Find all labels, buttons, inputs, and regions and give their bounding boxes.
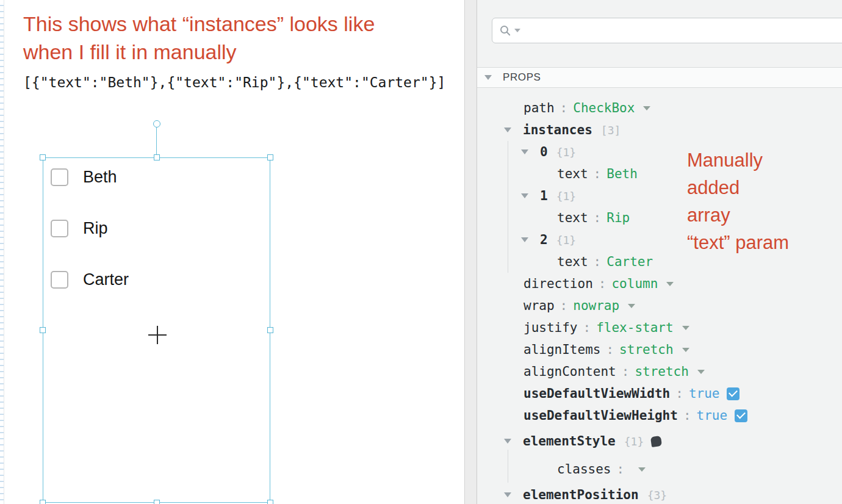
count-badge: {1} (556, 234, 577, 247)
chevron-down-icon[interactable] (682, 326, 689, 330)
prop-key: text (557, 167, 588, 181)
chevron-down-icon[interactable] (697, 370, 705, 374)
json-preview-text: [{"text":"Beth"},{"text":"Rip"},{"text":… (23, 74, 445, 90)
resize-handle-ne[interactable] (267, 154, 273, 160)
prop-value[interactable]: Beth (606, 167, 638, 181)
prop-row-wrap: wrap : nowrap (477, 295, 842, 317)
resize-handle-n[interactable] (154, 154, 160, 160)
checkbox-label: Carter (83, 270, 129, 289)
resize-handle-se[interactable] (267, 500, 273, 504)
prop-row-alignContent: alignContent : stretch (477, 361, 842, 383)
count-badge: {1} (624, 435, 644, 448)
count-badge: {1} (556, 190, 577, 203)
panel-divider (464, 0, 477, 504)
prop-key: useDefaultViewWidth (524, 386, 670, 401)
left-ruler (0, 0, 4, 504)
disclosure-triangle-icon[interactable] (521, 237, 528, 242)
search-icon (500, 25, 511, 36)
disclosure-triangle-icon[interactable] (521, 149, 528, 154)
colon: : (594, 254, 602, 269)
checkbox[interactable] (51, 220, 68, 237)
colon: : (594, 211, 602, 225)
colon: : (583, 320, 591, 335)
prop-row-elementPosition[interactable]: elementPosition {3} (477, 484, 842, 504)
prop-row-direction: direction : column (477, 273, 842, 295)
prop-key: classes (557, 462, 611, 477)
colon: : (560, 298, 568, 313)
prop-row-alignItems: alignItems : stretch (477, 339, 842, 361)
checkbox-option: Rip (51, 219, 108, 238)
prop-key: alignItems (524, 342, 600, 357)
prop-value[interactable]: CheckBox (573, 101, 635, 115)
checked-checkbox[interactable] (735, 409, 747, 422)
props-section-header[interactable]: PROPS (477, 67, 842, 88)
prop-value[interactable]: column (611, 276, 658, 291)
count-badge: {3} (647, 489, 667, 502)
disclosure-triangle-icon[interactable] (521, 193, 528, 198)
prop-value[interactable]: Carter (606, 254, 653, 269)
chevron-down-icon[interactable] (628, 304, 635, 308)
prop-key: instances (523, 123, 592, 137)
prop-value[interactable]: stretch (619, 342, 674, 357)
search-input[interactable] (524, 24, 842, 37)
checkbox[interactable] (51, 271, 68, 289)
canvas-annotation: This shows what “instances” looks like w… (23, 10, 375, 66)
selected-element[interactable]: Beth Rip Carter (43, 157, 270, 503)
resize-handle-sw[interactable] (40, 500, 46, 504)
prop-row-instances[interactable]: instances [3] (477, 119, 842, 141)
chevron-down-icon[interactable] (638, 467, 646, 472)
search-box[interactable] (492, 18, 842, 43)
section-title: PROPS (503, 71, 541, 84)
prop-row-path: path : CheckBox (477, 97, 842, 119)
prop-key: wrap (524, 298, 555, 313)
annotation-line-2: when I fill it in manually (23, 38, 375, 66)
prop-value: true (689, 386, 720, 401)
annotation-line-1: This shows what “instances” looks like (23, 10, 375, 38)
resize-handle-s[interactable] (154, 500, 160, 504)
prop-row-classes: classes : (477, 458, 842, 480)
resize-handle-w[interactable] (40, 327, 46, 333)
colon: : (594, 167, 602, 181)
prop-key: elementStyle (523, 434, 616, 448)
checked-checkbox[interactable] (727, 387, 739, 400)
prop-row-useDefaultViewWidth: useDefaultViewWidth : true (477, 383, 842, 405)
prop-key: useDefaultViewHeight (524, 408, 678, 423)
prop-value[interactable]: Rip (606, 211, 630, 225)
rotate-connector-line (156, 128, 157, 158)
annotation-line-3: array (687, 201, 789, 229)
prop-row-useDefaultViewHeight: useDefaultViewHeight : true (477, 405, 842, 427)
prop-value[interactable]: flex-start (596, 320, 673, 335)
prop-key: text (557, 211, 588, 225)
prop-value[interactable]: nowrap (573, 298, 619, 313)
checkbox-label: Rip (83, 219, 108, 238)
prop-row-justify: justify : flex-start (477, 317, 842, 339)
search-scope-caret-icon[interactable] (514, 29, 520, 32)
colon: : (560, 101, 568, 115)
chevron-down-icon[interactable] (643, 106, 650, 110)
prop-key: 0 (540, 145, 548, 159)
style-swatch-icon[interactable] (650, 435, 662, 447)
app-window: This shows what “instances” looks like w… (0, 0, 842, 504)
chevron-down-icon[interactable] (666, 282, 674, 286)
disclosure-triangle-icon[interactable] (504, 439, 511, 444)
prop-row-elementStyle[interactable]: elementStyle {1} (477, 430, 842, 452)
checkbox[interactable] (51, 168, 68, 186)
resize-handle-e[interactable] (267, 327, 273, 333)
chevron-down-icon[interactable] (682, 348, 689, 352)
disclosure-triangle-icon[interactable] (504, 128, 511, 132)
prop-key: alignContent (524, 364, 616, 379)
prop-key: text (557, 254, 588, 269)
colon: : (599, 276, 606, 291)
prop-value[interactable]: stretch (635, 364, 689, 379)
rotate-handle[interactable] (153, 120, 160, 128)
checkbox-label: Beth (83, 168, 117, 187)
disclosure-triangle-icon[interactable] (504, 492, 511, 497)
disclosure-triangle-icon[interactable] (484, 75, 492, 80)
colon: : (683, 408, 691, 423)
resize-handle-nw[interactable] (40, 154, 46, 160)
design-canvas[interactable]: This shows what “instances” looks like w… (5, 0, 464, 504)
prop-value: true (697, 408, 728, 423)
count-badge: {1} (556, 146, 577, 159)
prop-key: direction (524, 276, 593, 291)
colon: : (617, 462, 625, 477)
